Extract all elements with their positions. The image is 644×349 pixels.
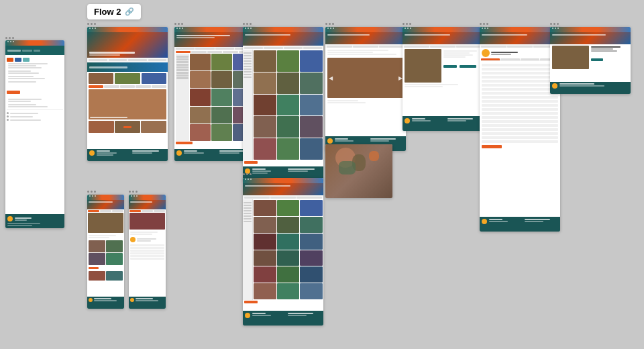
flow-title: Flow 2 bbox=[94, 7, 121, 17]
ellipsis-1 bbox=[174, 23, 183, 25]
screen-mini-card-2 bbox=[129, 195, 166, 309]
screen-mini-card-1 bbox=[87, 195, 124, 309]
ellipsis-7 bbox=[243, 173, 252, 175]
screen-image-detail bbox=[325, 144, 392, 198]
ellipsis-0 bbox=[87, 23, 96, 25]
screen-gallery-grid-2 bbox=[243, 178, 323, 326]
ellipsis-8 bbox=[87, 191, 96, 193]
ellipsis-5 bbox=[480, 23, 488, 25]
screen-header-9 bbox=[243, 178, 323, 183]
screen-header-6 bbox=[480, 27, 560, 32]
screen-header-0 bbox=[5, 40, 64, 46]
screen-gallery-hero bbox=[87, 27, 168, 161]
ellipsis-3 bbox=[325, 23, 334, 25]
ellipsis-10 bbox=[5, 37, 14, 39]
link-icon: 🔗 bbox=[125, 7, 134, 16]
screen-gallery-list bbox=[243, 27, 323, 181]
ellipsis-4 bbox=[402, 23, 411, 25]
screen-header-3 bbox=[243, 27, 323, 32]
screen-header-10 bbox=[87, 195, 124, 200]
screen-header-5 bbox=[402, 27, 483, 32]
screen-header-4 bbox=[325, 27, 406, 32]
ellipsis-6 bbox=[550, 23, 559, 25]
screen-profile-page bbox=[480, 27, 560, 232]
ellipsis-2 bbox=[243, 23, 252, 25]
screen-header-1 bbox=[87, 27, 168, 32]
screen-summary-card bbox=[402, 27, 483, 131]
screen-header-7 bbox=[550, 27, 631, 32]
flow-label[interactable]: Flow 2 🔗 bbox=[87, 4, 141, 19]
screen-sidebar-nav bbox=[5, 40, 64, 228]
ellipsis-9 bbox=[129, 191, 138, 193]
screen-small-card bbox=[550, 27, 631, 94]
screen-detail-view: ◀ ▶ bbox=[325, 27, 406, 151]
screen-header-11 bbox=[129, 195, 166, 200]
